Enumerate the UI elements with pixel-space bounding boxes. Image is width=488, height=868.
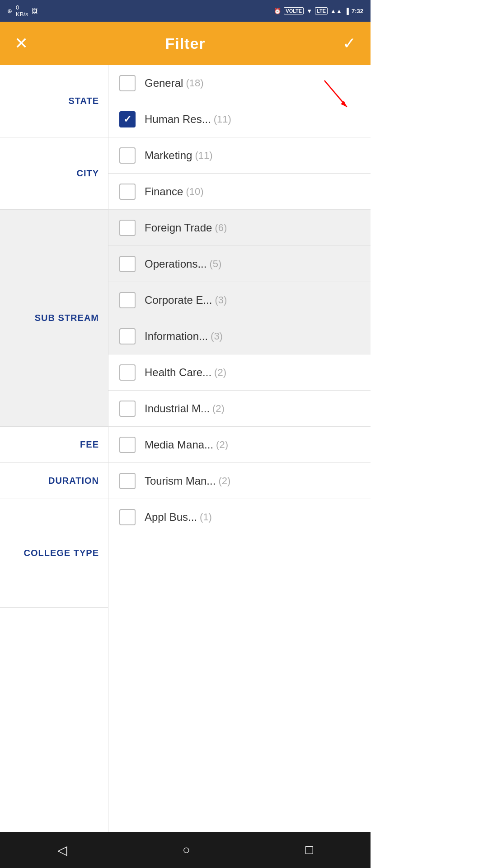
status-bar: ⊕ 0KB/s 🖼 ⏰ VOLTE ▼ LTE ▲▲ ▐ 7:32 [0,0,371,22]
home-button[interactable]: ○ [169,838,204,862]
sidebar-duration: DURATION [0,463,108,499]
city-label: CITY [76,168,99,179]
lte-badge: LTE [315,7,328,14]
filter-item-information[interactable]: Information... (3) [108,318,371,354]
sidebar-college-type: COLLEGE TYPE [0,499,108,608]
filter-item-industrial-m[interactable]: Industrial M... (2) [108,391,371,427]
filter-item-marketing[interactable]: Marketing (11) [108,137,371,174]
checkbox-finance[interactable] [119,184,136,200]
gallery-icon: 🖼 [32,8,38,14]
label-finance: Finance [145,185,183,198]
checkbox-corporate-e[interactable] [119,292,136,308]
close-button[interactable]: ✕ [14,34,28,53]
sidebar-sub-stream: SUB STREAM [0,210,108,427]
nav-bar: ◁ ○ □ [0,832,371,868]
label-marketing: Marketing [145,149,192,162]
filter-item-media-mana[interactable]: Media Mana... (2) [108,427,371,463]
label-health-care: Health Care... [145,366,211,379]
count-marketing: (11) [195,150,212,161]
checkbox-industrial-m[interactable] [119,401,136,417]
count-corporate-e: (3) [215,294,227,306]
label-human-res: Human Res... [145,113,211,126]
checkbox-appl-bus[interactable] [119,509,136,525]
label-information: Information... [145,330,208,343]
count-general: (18) [186,77,203,89]
data-speed: 0KB/s [16,4,28,18]
filter-sidebar: STATE CITY SUB STREAM FEE DURATION COLLE… [0,65,108,832]
filter-item-general[interactable]: General (18) [108,65,371,101]
label-operations: Operations... [145,258,206,270]
checkbox-information[interactable] [119,328,136,344]
signal-icon: ▲▲ [330,8,342,14]
sidebar-state: STATE [0,65,108,137]
alarm-icon: ⏰ [274,8,281,14]
filter-items-list: General (18) Human Res... (11) Marketing… [108,65,371,832]
status-left: ⊕ 0KB/s 🖼 [7,4,38,18]
sub-stream-label: SUB STREAM [35,313,99,323]
battery-icon: ▐ [345,8,349,14]
label-corporate-e: Corporate E... [145,294,212,307]
sidebar-fee: FEE [0,427,108,463]
filter-item-finance[interactable]: Finance (10) [108,174,371,210]
filter-item-health-care[interactable]: Health Care... (2) [108,354,371,391]
checkbox-foreign-trade[interactable] [119,220,136,236]
label-tourism-man: Tourism Man... [145,475,216,487]
count-tourism-man: (2) [218,475,230,487]
checkbox-health-care[interactable] [119,364,136,381]
filter-content: STATE CITY SUB STREAM FEE DURATION COLLE… [0,65,371,832]
checkbox-media-mana[interactable] [119,437,136,453]
count-operations: (5) [209,258,221,270]
sidebar-city: CITY [0,137,108,210]
label-media-mana: Media Mana... [145,439,213,451]
filter-item-human-res[interactable]: Human Res... (11) [108,101,371,137]
checkbox-marketing[interactable] [119,147,136,164]
label-appl-bus: Appl Bus... [145,511,197,524]
app-icon: ⊕ [7,8,12,14]
count-industrial-m: (2) [212,403,225,415]
count-health-care: (2) [214,367,226,378]
label-general: General [145,77,183,90]
checkbox-human-res[interactable] [119,111,136,127]
filter-header: ✕ Filter ✓ [0,22,371,65]
filter-item-appl-bus[interactable]: Appl Bus... (1) [108,499,371,535]
volte-badge: VOLTE [284,7,304,14]
checkbox-tourism-man[interactable] [119,473,136,489]
confirm-button[interactable]: ✓ [343,34,356,53]
filter-item-foreign-trade[interactable]: Foreign Trade (6) [108,210,371,246]
count-finance: (10) [186,186,203,198]
label-industrial-m: Industrial M... [145,402,210,415]
filter-item-tourism-man[interactable]: Tourism Man... (2) [108,463,371,499]
count-foreign-trade: (6) [215,222,227,234]
filter-item-operations[interactable]: Operations... (5) [108,246,371,282]
fee-label: FEE [80,439,99,450]
count-media-mana: (2) [216,439,228,451]
back-button[interactable]: ◁ [44,838,81,862]
time-display: 7:32 [352,8,363,14]
college-type-label: COLLEGE TYPE [24,548,99,558]
header-title: Filter [165,35,205,52]
checkbox-general[interactable] [119,75,136,91]
status-right: ⏰ VOLTE ▼ LTE ▲▲ ▐ 7:32 [274,7,363,14]
duration-label: DURATION [48,476,99,486]
filter-item-corporate-e[interactable]: Corporate E... (3) [108,282,371,318]
checkbox-operations[interactable] [119,256,136,272]
state-label: STATE [68,96,99,106]
label-foreign-trade: Foreign Trade [145,222,212,234]
svg-marker-1 [341,101,347,107]
count-information: (3) [211,330,223,342]
wifi-icon: ▼ [306,8,312,14]
recent-button[interactable]: □ [292,838,327,862]
count-human-res: (11) [214,113,231,125]
count-appl-bus: (1) [200,511,212,523]
